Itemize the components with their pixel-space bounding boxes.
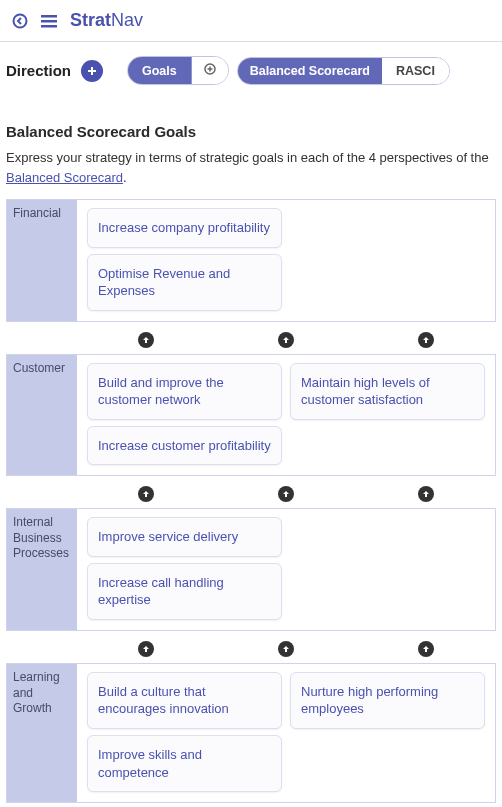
svg-rect-3 xyxy=(41,25,57,28)
goals-row: Increase call handling expertise xyxy=(87,563,485,620)
main-content: Balanced Scorecard Goals Express your st… xyxy=(0,95,502,807)
menu-icon[interactable] xyxy=(40,13,58,29)
svg-rect-1 xyxy=(41,15,57,18)
goals-grid: Build a culture that encourages innovati… xyxy=(77,664,495,802)
arrow-up-icon[interactable] xyxy=(278,332,294,348)
goal-card[interactable]: Optimise Revenue and Expenses xyxy=(87,254,282,311)
goals-row: Build and improve the customer networkMa… xyxy=(87,363,485,420)
goals-row: Improve service delivery xyxy=(87,517,485,557)
goal-card[interactable]: Increase company profitability xyxy=(87,208,282,248)
goal-card[interactable]: Build and improve the customer network xyxy=(87,363,282,420)
goal-card[interactable]: Increase call handling expertise xyxy=(87,563,282,620)
desc-text: Express your strategy in terms of strate… xyxy=(6,150,489,165)
rasci-tab[interactable]: RASCI xyxy=(382,58,449,84)
perspective-financial: FinancialIncrease company profitabilityO… xyxy=(6,199,496,322)
arrow-row xyxy=(6,326,496,354)
goals-row: Optimise Revenue and Expenses xyxy=(87,254,485,311)
arrow-up-icon[interactable] xyxy=(418,641,434,657)
svg-rect-2 xyxy=(41,20,57,23)
add-goal-button[interactable] xyxy=(192,57,228,84)
perspective-label: Internal Business Processes xyxy=(7,509,77,630)
app-header: StratNav xyxy=(0,0,502,42)
direction-label: Direction xyxy=(6,62,71,79)
scorecard-pill-group: Balanced Scorecard RASCI xyxy=(237,57,450,85)
goal-card[interactable]: Build a culture that encourages innovati… xyxy=(87,672,282,729)
svg-point-0 xyxy=(14,14,27,27)
desc-post: . xyxy=(123,170,127,185)
goals-grid: Increase company profitabilityOptimise R… xyxy=(77,200,495,321)
app-logo[interactable]: StratNav xyxy=(70,10,143,31)
balanced-scorecard-link[interactable]: Balanced Scorecard xyxy=(6,170,123,185)
perspective-label: Customer xyxy=(7,355,77,476)
arrow-up-icon[interactable] xyxy=(138,641,154,657)
perspective-internal: Internal Business ProcessesImprove servi… xyxy=(6,508,496,631)
perspective-label: Financial xyxy=(7,200,77,321)
logo-strong: Strat xyxy=(70,10,111,30)
arrow-up-icon[interactable] xyxy=(278,486,294,502)
arrow-up-icon[interactable] xyxy=(278,641,294,657)
arrow-up-icon[interactable] xyxy=(418,332,434,348)
goal-card[interactable]: Improve service delivery xyxy=(87,517,282,557)
page-title: Balanced Scorecard Goals xyxy=(6,123,496,140)
arrow-up-icon[interactable] xyxy=(418,486,434,502)
page-description: Express your strategy in terms of strate… xyxy=(6,148,496,187)
goals-grid: Improve service deliveryIncrease call ha… xyxy=(77,509,495,630)
arrow-row xyxy=(6,480,496,508)
goal-card[interactable]: Increase customer profitability xyxy=(87,426,282,466)
toolbar: Direction Goals Balanced Scorecard RASCI xyxy=(0,42,502,95)
goals-pill-group: Goals xyxy=(127,56,229,85)
logo-light: Nav xyxy=(111,10,143,30)
goal-card[interactable]: Maintain high levels of customer satisfa… xyxy=(290,363,485,420)
goals-row: Build a culture that encourages innovati… xyxy=(87,672,485,729)
goals-row: Increase customer profitability xyxy=(87,426,485,466)
balanced-scorecard-tab[interactable]: Balanced Scorecard xyxy=(238,58,382,84)
goals-grid: Build and improve the customer networkMa… xyxy=(77,355,495,476)
perspective-learning: Learning and GrowthBuild a culture that … xyxy=(6,663,496,803)
perspective-label: Learning and Growth xyxy=(7,664,77,802)
goals-tab[interactable]: Goals xyxy=(128,57,192,84)
goal-card[interactable]: Nurture high performing employees xyxy=(290,672,485,729)
plus-icon xyxy=(204,63,216,78)
arrow-up-icon[interactable] xyxy=(138,332,154,348)
arrow-row xyxy=(6,635,496,663)
back-icon[interactable] xyxy=(12,13,28,29)
arrow-up-icon[interactable] xyxy=(138,486,154,502)
goals-row: Improve skills and competence xyxy=(87,735,485,792)
goal-card[interactable]: Improve skills and competence xyxy=(87,735,282,792)
add-direction-button[interactable] xyxy=(81,60,103,82)
goals-row: Increase company profitability xyxy=(87,208,485,248)
perspective-customer: CustomerBuild and improve the customer n… xyxy=(6,354,496,477)
